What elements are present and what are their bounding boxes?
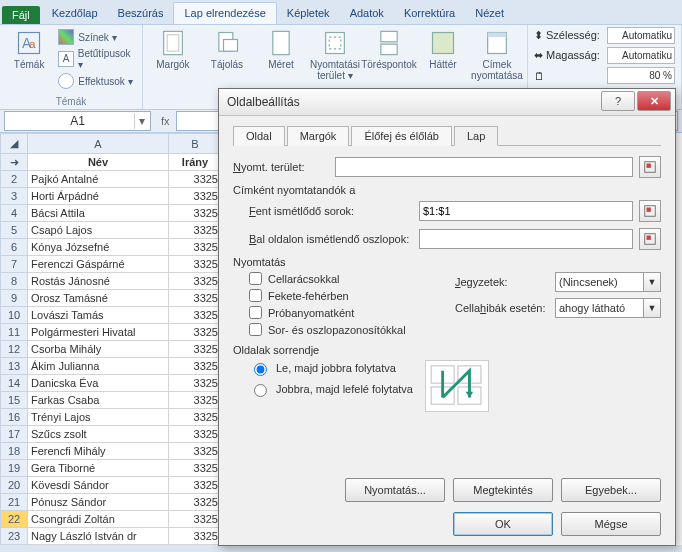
cell-name[interactable]: Bácsi Attila <box>28 205 169 222</box>
chk-gridlines[interactable]: Cellarácsokkal <box>249 272 437 285</box>
tab-review[interactable]: Korrektúra <box>394 3 465 24</box>
row-head[interactable]: 19 <box>1 460 28 477</box>
orientation-button[interactable]: Tájolás <box>203 27 251 70</box>
row-head[interactable]: 8 <box>1 273 28 290</box>
cols-repeat-input[interactable] <box>419 229 633 249</box>
header-irany[interactable]: Irány <box>169 154 222 171</box>
cell-name[interactable]: Danicska Éva <box>28 375 169 392</box>
cancel-button[interactable]: Mégse <box>561 512 661 536</box>
cell-name[interactable]: Pajkó Antalné <box>28 171 169 188</box>
row-head[interactable]: 7 <box>1 256 28 273</box>
print-button[interactable]: Nyomtatás... <box>345 478 445 502</box>
row-head[interactable]: 11 <box>1 324 28 341</box>
cell-value[interactable]: 3325 <box>169 324 222 341</box>
cell-name[interactable]: Nagy László István dr <box>28 528 169 545</box>
ok-button[interactable]: OK <box>453 512 553 536</box>
cell-value[interactable]: 3325 <box>169 528 222 545</box>
row-head[interactable]: 10 <box>1 307 28 324</box>
row-head[interactable]: 15 <box>1 392 28 409</box>
row-head[interactable]: 4 <box>1 205 28 222</box>
header-name[interactable]: Név <box>28 154 169 171</box>
margins-button[interactable]: Margók <box>149 27 197 70</box>
tab-data[interactable]: Adatok <box>340 3 394 24</box>
cell-value[interactable]: 3325 <box>169 392 222 409</box>
chk-headings[interactable]: Sor- és oszlopazonosítókkal <box>249 323 437 336</box>
tab-margok[interactable]: Margók <box>287 126 350 146</box>
cell-name[interactable]: Kónya Józsefné <box>28 239 169 256</box>
tab-home[interactable]: Kezdőlap <box>42 3 108 24</box>
cell-value[interactable]: 3325 <box>169 443 222 460</box>
width-field[interactable]: Automatiku <box>607 27 675 44</box>
row-head[interactable]: 21 <box>1 494 28 511</box>
help-button[interactable]: ? <box>601 91 635 111</box>
row-head[interactable]: 17 <box>1 426 28 443</box>
cell-name[interactable]: Horti Árpádné <box>28 188 169 205</box>
cell-value[interactable]: 3325 <box>169 460 222 477</box>
refselect-cols[interactable] <box>639 228 661 250</box>
preview-button[interactable]: Megtekintés <box>453 478 553 502</box>
tab-view[interactable]: Nézet <box>465 3 514 24</box>
cell-value[interactable]: 3325 <box>169 511 222 528</box>
row-head[interactable]: 9 <box>1 290 28 307</box>
colors-dropdown[interactable]: Színek ▾ <box>58 29 136 45</box>
cell-name[interactable]: Farkas Csaba <box>28 392 169 409</box>
breaks-button[interactable]: Töréspontok <box>365 27 413 70</box>
dialog-titlebar[interactable]: Oldalbeállítás ? ✕ <box>219 89 675 116</box>
chk-draft[interactable]: Próbanyomatként <box>249 306 437 319</box>
cell-name[interactable]: Lovászi Tamás <box>28 307 169 324</box>
refselect-rows[interactable] <box>639 200 661 222</box>
cell-value[interactable]: 3325 <box>169 477 222 494</box>
cell-value[interactable]: 3325 <box>169 290 222 307</box>
cell-name[interactable]: Orosz Tamásné <box>28 290 169 307</box>
row-head[interactable]: 5 <box>1 222 28 239</box>
cell-value[interactable]: 3325 <box>169 409 222 426</box>
cell-value[interactable]: 3325 <box>169 341 222 358</box>
printtitles-button[interactable]: Címek nyomtatása <box>473 27 521 81</box>
cell-value[interactable]: 3325 <box>169 426 222 443</box>
chevron-down-icon[interactable]: ▾ <box>134 113 149 129</box>
cell-value[interactable]: 3325 <box>169 256 222 273</box>
radio-down-over[interactable]: Le, majd jobbra folytatva <box>249 360 413 376</box>
cell-name[interactable]: Csapó Lajos <box>28 222 169 239</box>
themes-button[interactable]: Aa Témák <box>6 27 52 70</box>
cell-name[interactable]: Trényi Lajos <box>28 409 169 426</box>
cell-name[interactable]: Gera Tiborné <box>28 460 169 477</box>
rows-repeat-input[interactable] <box>419 201 633 221</box>
effects-dropdown[interactable]: Effektusok ▾ <box>58 73 136 89</box>
row-head[interactable]: 14 <box>1 375 28 392</box>
radio-over-down[interactable]: Jobbra, majd lefelé folytatva <box>249 381 413 397</box>
row-head[interactable]: 18 <box>1 443 28 460</box>
row-head[interactable]: 2 <box>1 171 28 188</box>
cell-name[interactable]: Polgármesteri Hivatal <box>28 324 169 341</box>
background-button[interactable]: Háttér <box>419 27 467 70</box>
col-A[interactable]: A <box>28 134 169 154</box>
row-head[interactable]: 6 <box>1 239 28 256</box>
col-B[interactable]: B <box>169 134 222 154</box>
errors-combo[interactable]: ahogy látható▼ <box>555 298 661 318</box>
row-head[interactable]: 3 <box>1 188 28 205</box>
cell-name[interactable]: Ákim Julianna <box>28 358 169 375</box>
select-all[interactable]: ◢ <box>1 134 28 154</box>
tab-oldal[interactable]: Oldal <box>233 126 285 146</box>
cell-name[interactable]: Szűcs zsolt <box>28 426 169 443</box>
row-head[interactable]: 12 <box>1 341 28 358</box>
printarea-button[interactable]: Nyomtatási terület ▾ <box>311 27 359 81</box>
row-head[interactable]: 13 <box>1 358 28 375</box>
cell-name[interactable]: Pónusz Sándor <box>28 494 169 511</box>
cell-value[interactable]: 3325 <box>169 188 222 205</box>
cell-value[interactable]: 3325 <box>169 375 222 392</box>
size-button[interactable]: Méret <box>257 27 305 70</box>
tab-insert[interactable]: Beszúrás <box>108 3 174 24</box>
cell-value[interactable]: 3325 <box>169 494 222 511</box>
cell-value[interactable]: 3325 <box>169 171 222 188</box>
cell-value[interactable]: 3325 <box>169 358 222 375</box>
tab-formulas[interactable]: Képletek <box>277 3 340 24</box>
close-button[interactable]: ✕ <box>637 91 671 111</box>
row-head[interactable]: 20 <box>1 477 28 494</box>
height-field[interactable]: Automatiku <box>607 47 675 64</box>
cell-name[interactable]: Ferenczi Gáspárné <box>28 256 169 273</box>
notes-combo[interactable]: (Nincsenek)▼ <box>555 272 661 292</box>
cell-value[interactable]: 3325 <box>169 273 222 290</box>
refselect-printarea[interactable] <box>639 156 661 178</box>
row-head[interactable]: 22 <box>1 511 28 528</box>
